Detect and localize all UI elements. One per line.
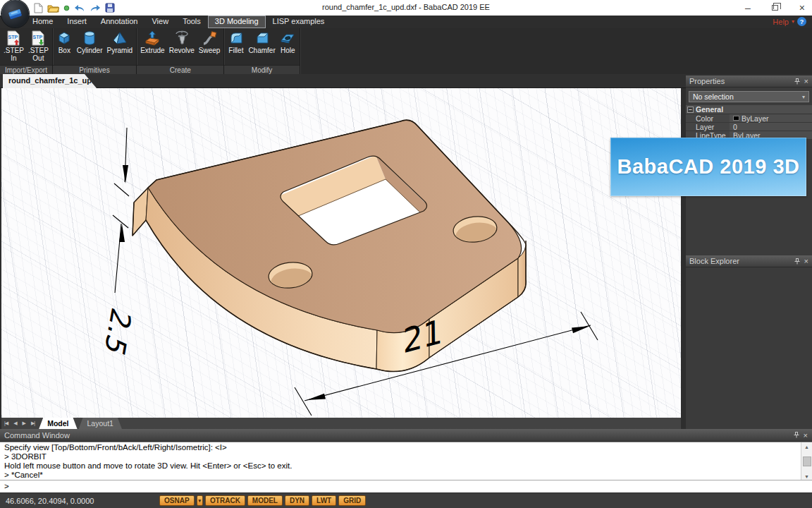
open-folder-icon[interactable]	[47, 2, 59, 13]
tab-lisp-examples[interactable]: LISP examples	[266, 16, 332, 28]
toggle-dyn[interactable]: DYN	[285, 495, 309, 506]
help-menu[interactable]: Help ▾ ?	[773, 17, 806, 26]
save-icon[interactable]	[105, 2, 115, 13]
first-sheet-icon[interactable]: |◀	[1, 418, 11, 429]
close-icon[interactable]: ×	[804, 258, 808, 265]
close-icon[interactable]: ×	[804, 432, 808, 439]
button-label: Sweep	[199, 47, 221, 54]
model-viewport[interactable]: 21 2.5	[1, 88, 681, 418]
button-label: Revolve	[169, 47, 195, 54]
close-button[interactable]: ×	[799, 2, 805, 13]
group-label-primitives: Primitives	[53, 65, 136, 74]
toggle-osnap[interactable]: OSNAP	[159, 495, 195, 506]
toggle-lwt[interactable]: LWT	[312, 495, 336, 506]
close-icon[interactable]: ×	[804, 78, 808, 85]
step-in-icon: STP	[6, 30, 21, 46]
tab-view[interactable]: View	[144, 16, 176, 28]
ribbon-buttons: ExtrudeRevolveSweep	[137, 28, 223, 65]
command-window-title: Command Window	[4, 431, 70, 440]
scrollbar[interactable]: ▲ ▼	[801, 442, 812, 480]
fillet-button[interactable]: Fillet	[226, 30, 245, 55]
button-label: Box	[59, 47, 70, 54]
sweep-button[interactable]: Sweep	[197, 30, 222, 55]
group-label-create: Create	[137, 65, 223, 74]
hole-icon	[280, 30, 295, 46]
revolve-button[interactable]: Revolve	[168, 30, 196, 55]
pin-icon[interactable]	[794, 78, 800, 85]
properties-group-general[interactable]: − General	[686, 105, 812, 114]
hole-button[interactable]: Hole	[278, 30, 297, 55]
step-out-icon: STP	[30, 30, 46, 46]
properties-panel-header: Properties ×	[686, 75, 812, 87]
sheet-tab-layout1[interactable]: Layout1	[79, 418, 122, 429]
tab-3d-modeling[interactable]: 3D Modeling	[208, 16, 266, 28]
osnap-dropdown-icon[interactable]: ▾	[197, 495, 204, 506]
help-label[interactable]: Help	[773, 18, 789, 26]
command-history[interactable]: Specify view [Top/Bottom/Front/bAck/Left…	[0, 442, 812, 480]
command-input[interactable]: >	[0, 480, 812, 492]
cylinder-icon	[82, 30, 97, 46]
title-bar: round_chamfer_1c_upd.dxf - BabaCAD 2019 …	[0, 0, 812, 16]
tab-insert[interactable]: Insert	[60, 16, 94, 28]
scroll-up-icon[interactable]: ▲	[801, 442, 812, 451]
property-row-layer[interactable]: Layer0	[686, 123, 812, 131]
status-toggles: OSNAP▾OTRACKMODELDYNLWTGRID	[159, 495, 366, 506]
prev-sheet-icon[interactable]: ◀	[11, 418, 19, 429]
restore-button[interactable]	[772, 5, 778, 11]
help-question-icon[interactable]: ?	[797, 17, 806, 26]
undo-icon[interactable]	[74, 2, 85, 13]
chevron-down-icon[interactable]: ▾	[792, 18, 794, 25]
ribbon-groups: STP.STEP InSTP.STEP OutImport/ExportBoxC…	[0, 28, 812, 74]
property-value[interactable]: ByLayer	[730, 114, 812, 122]
sheet-tab-model[interactable]: Model	[39, 418, 77, 429]
last-sheet-icon[interactable]: ▶|	[28, 418, 37, 429]
toggle-model[interactable]: MODEL	[247, 495, 283, 506]
selection-dropdown[interactable]: No selection ▾	[689, 91, 809, 102]
box-icon	[56, 30, 72, 46]
babacad-logo-icon	[7, 6, 24, 23]
app-logo-icon[interactable]	[1, 0, 29, 28]
extrude-button[interactable]: Extrude	[139, 30, 166, 55]
command-line: Specify view [Top/Bottom/Front/bAck/Left…	[4, 443, 798, 452]
ribbon-buttons: BoxCylinderPyramid	[53, 28, 136, 65]
right-dock: Properties × No selection ▾ − General Co…	[686, 75, 812, 429]
ribbon-buttons: FilletChamferHole	[224, 28, 299, 65]
minimize-button[interactable]: –	[745, 2, 751, 13]
babacad-window: { "title_bar": { "title": "round_chamfer…	[0, 0, 812, 508]
button-label: Extrude	[140, 47, 164, 54]
button-label: .STEP Out	[28, 47, 49, 62]
property-row-color[interactable]: ColorByLayer	[686, 114, 812, 123]
property-value[interactable]: 0	[730, 123, 812, 131]
scrollbar-thumb[interactable]	[803, 456, 811, 466]
step-out-button[interactable]: STP.STEP Out	[27, 30, 50, 63]
new-file-icon[interactable]	[34, 2, 43, 13]
step-in-button[interactable]: STP.STEP In	[2, 30, 25, 63]
toggle-otrack[interactable]: OTRACK	[205, 495, 245, 506]
toggle-grid[interactable]: GRID	[338, 495, 366, 506]
tab-home[interactable]: Home	[25, 16, 60, 28]
chamfer-button[interactable]: Chamfer	[247, 30, 276, 55]
properties-grid: ColorByLayerLayer0LineTypeByLayer	[686, 114, 812, 140]
box-button[interactable]: Box	[55, 30, 74, 55]
color-swatch	[733, 116, 739, 121]
tab-annotation[interactable]: Annotation	[94, 16, 145, 28]
svg-text:STP: STP	[8, 35, 18, 40]
menu-bar: HomeInsertAnnotationViewTools3D Modeling…	[0, 16, 812, 28]
redo-icon[interactable]	[90, 2, 101, 13]
pyramid-button[interactable]: Pyramid	[106, 30, 135, 55]
ribbon-group-create: ExtrudeRevolveSweepCreate	[137, 28, 224, 74]
block-explorer-title: Block Explorer	[689, 257, 739, 265]
tab-tools[interactable]: Tools	[176, 16, 208, 28]
pin-icon[interactable]	[794, 258, 800, 265]
pin-icon[interactable]	[794, 432, 799, 438]
next-sheet-icon[interactable]: ▶	[20, 418, 28, 429]
record-icon[interactable]	[63, 2, 70, 13]
button-label: Cylinder	[77, 47, 103, 54]
cylinder-button[interactable]: Cylinder	[75, 30, 104, 55]
document-tab[interactable]: round_chamfer_1c_upd.dxf	[3, 74, 97, 88]
fillet-icon	[228, 30, 244, 46]
svg-text:STP: STP	[33, 35, 43, 40]
collapse-icon[interactable]: −	[687, 107, 694, 113]
window-controls: – ×	[745, 1, 805, 15]
revolve-icon	[174, 30, 190, 46]
